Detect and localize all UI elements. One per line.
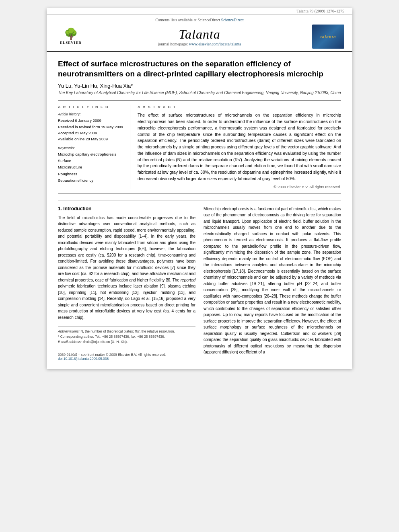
keyword-4: Roughness bbox=[58, 171, 124, 177]
article-title: Effect of surface microstructures on the… bbox=[58, 59, 341, 79]
keyword-1: Microchip capillary electrophoresis bbox=[58, 151, 124, 158]
doi-line: doi:10.1016/j.talanta.2009.05.038 bbox=[58, 357, 195, 361]
footnote-email: E-mail address: xhxia@nju.edu.cn (X.-H. … bbox=[58, 339, 195, 345]
keyword-2: Surface bbox=[58, 158, 124, 164]
authors: Yu Lu, Yu-Lin Hu, Xing-Hua Xia* bbox=[58, 83, 341, 89]
abstract-text: The effect of surface microstructures of… bbox=[138, 112, 341, 182]
footnote-divider bbox=[58, 326, 195, 327]
sciencedirect-link[interactable]: ScienceDirect bbox=[221, 18, 244, 22]
keyword-5: Separation efficiency bbox=[58, 177, 124, 184]
abstract-label: A B S T R A C T bbox=[138, 105, 341, 109]
keyword-3: Microstructure bbox=[58, 164, 124, 170]
footnote-abbreviations: Abbreviations: N, the number of theoreti… bbox=[58, 329, 195, 334]
body-divider bbox=[58, 201, 341, 201]
abbrev-label: Abbreviations: bbox=[58, 329, 80, 333]
email-label: E-mail address: bbox=[58, 340, 82, 344]
elsevier-logo: 🌳 ELSEVIER bbox=[55, 25, 87, 49]
article-dates: Received 6 January 2009 Received in revi… bbox=[58, 117, 124, 142]
doi-link[interactable]: doi:10.1016/j.talanta.2009.05.038 bbox=[58, 357, 109, 361]
and-text: and bbox=[204, 219, 210, 224]
introduction-title: 1. Introduction bbox=[58, 206, 195, 212]
journal-header: Contents lists available at ScienceDirec… bbox=[47, 14, 352, 52]
abstract-section: A B S T R A C T The effect of surface mi… bbox=[138, 105, 341, 189]
info-abstract-block: A R T I C L E I N F O Article history: R… bbox=[58, 101, 341, 193]
right-column: Microchip electrophoresis is a fundament… bbox=[204, 206, 341, 361]
elsevier-tree-icon: 🌳 bbox=[64, 29, 78, 40]
article-info-label: A R T I C L E I N F O bbox=[58, 105, 124, 109]
available-online-date: Available online 28 May 2009 bbox=[58, 136, 124, 142]
talanta-logo-box: talanta bbox=[312, 25, 344, 49]
issn-divider bbox=[58, 350, 195, 350]
affiliation: The Key Laboratory of Analytical Chemist… bbox=[58, 90, 341, 95]
journal-banner: 🌳 ELSEVIER Talanta journal homepage: www… bbox=[55, 25, 344, 49]
contents-line: Contents lists available at ScienceDirec… bbox=[55, 18, 344, 22]
email-address: xhxia@nju.edu.cn (X.-H. Xia). bbox=[82, 340, 128, 344]
footnote-corresponding: * Corresponding author. Tel.: +86 25 835… bbox=[58, 334, 195, 339]
journal-title-block: Talanta journal homepage: www.elsevier.c… bbox=[87, 27, 312, 46]
issn-line: 0039-9140/$ – see front matter © 2009 El… bbox=[58, 353, 195, 357]
body-two-col: 1. Introduction The field of microfluidi… bbox=[58, 206, 341, 361]
corresponding-tel: Tel.: +86 25 83597436; fax: +86 25 83597… bbox=[95, 335, 165, 339]
journal-homepage: journal homepage: www.elsevier.com/locat… bbox=[87, 42, 312, 46]
received-revised-date: Received in revised form 19 May 2009 bbox=[58, 124, 124, 130]
elsevier-wordmark: ELSEVIER bbox=[60, 41, 82, 45]
journal-name: Talanta bbox=[87, 27, 312, 42]
article-content: Effect of surface microstructures on the… bbox=[47, 52, 352, 369]
left-column: 1. Introduction The field of microfluidi… bbox=[58, 206, 195, 361]
copyright-line: © 2009 Elsevier B.V. All rights reserved… bbox=[138, 185, 341, 189]
article-info: A R T I C L E I N F O Article history: R… bbox=[58, 105, 130, 189]
corresponding-label: * Corresponding author. bbox=[58, 335, 94, 339]
article-page: Talanta 79 (2009) 1270–1275 Contents lis… bbox=[47, 8, 352, 369]
volume-line: Talanta 79 (2009) 1270–1275 bbox=[47, 8, 352, 14]
keywords-label: Keywords: bbox=[58, 146, 124, 150]
right-col-text: Microchip electrophoresis is a fundament… bbox=[204, 206, 341, 355]
keywords-list: Microchip capillary electrophoresis Surf… bbox=[58, 151, 124, 184]
journal-homepage-link[interactable]: www.elsevier.com/locate/talanta bbox=[189, 42, 241, 46]
introduction-text: The field of microfluidics has made cons… bbox=[58, 215, 195, 321]
history-label: Article history: bbox=[58, 112, 124, 116]
accepted-date: Accepted 21 May 2009 bbox=[58, 130, 124, 136]
received-date: Received 6 January 2009 bbox=[58, 117, 124, 123]
abbrev-text: N, the number of theoretical plates; Rs'… bbox=[80, 329, 175, 333]
